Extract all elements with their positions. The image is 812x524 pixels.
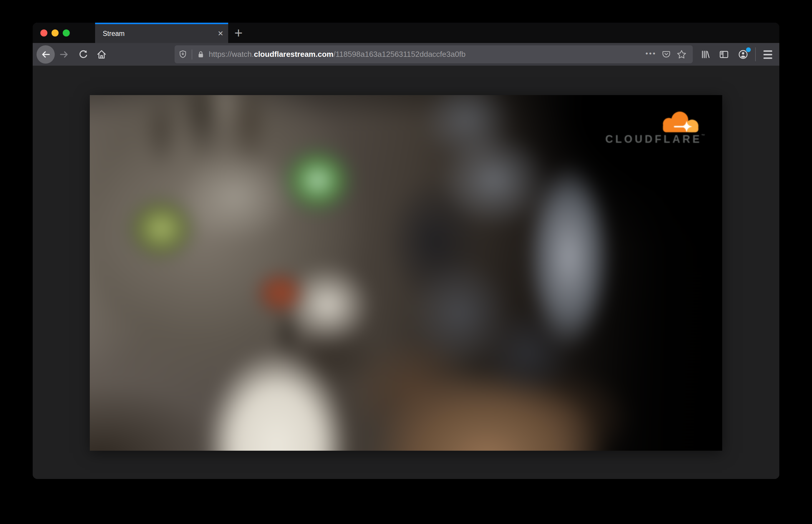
forward-arrow-icon (59, 49, 69, 60)
address-bar[interactable]: https://watch.cloudflarestream.com/11859… (175, 45, 693, 63)
toolbar-divider (755, 47, 756, 61)
pocket-button[interactable] (659, 47, 674, 62)
url-display: https://watch.cloudflarestream.com/11859… (209, 50, 466, 59)
cloudflare-wordmark: CLOUDFLARE™ (605, 134, 705, 145)
back-arrow-icon (40, 49, 51, 60)
navigation-toolbar: https://watch.cloudflarestream.com/11859… (33, 43, 779, 66)
reload-button[interactable] (74, 45, 93, 64)
sidebar-button[interactable] (715, 45, 733, 64)
pocket-icon (661, 49, 671, 60)
home-button[interactable] (93, 45, 111, 64)
browser-window: Stream ✕ + (33, 23, 779, 479)
tab-close-button[interactable]: ✕ (217, 24, 224, 43)
bookmark-star-button[interactable] (674, 47, 689, 62)
library-button[interactable] (696, 45, 715, 64)
forward-button[interactable] (55, 45, 73, 64)
notification-dot (746, 47, 751, 52)
urlbar-divider (192, 49, 192, 60)
cat-video-frame (90, 95, 722, 451)
url-domain: cloudflarestream.com (254, 50, 333, 59)
close-window-button[interactable] (40, 30, 47, 36)
library-icon (700, 49, 711, 60)
account-button[interactable] (734, 45, 752, 64)
menu-button[interactable] (759, 45, 777, 64)
tab-stream[interactable]: Stream ✕ (95, 23, 228, 43)
window-controls (40, 23, 70, 43)
sidebar-icon (719, 49, 729, 60)
tracking-protection-shield-icon[interactable] (178, 50, 188, 59)
video-player[interactable]: CLOUDFLARE™ (90, 95, 722, 451)
brand-trademark: ™ (701, 134, 705, 137)
tab-title: Stream (103, 24, 125, 43)
brand-text: CLOUDFLARE (605, 134, 702, 145)
zoom-window-button[interactable] (63, 30, 70, 36)
cloudflare-cloud-icon (654, 109, 705, 134)
star-icon (676, 49, 687, 60)
tab-bar: Stream ✕ + (33, 23, 779, 43)
hamburger-icon (763, 50, 772, 59)
page-content: CLOUDFLARE™ (33, 66, 779, 479)
page-actions-button[interactable]: ••• (643, 46, 659, 63)
desktop-background: { "browser": { "window_controls": [ {"na… (0, 0, 812, 524)
url-path: /118598a163a125631152ddaccfe3a0fb (333, 50, 466, 59)
new-tab-button[interactable]: + (229, 23, 248, 43)
minimize-window-button[interactable] (51, 30, 59, 36)
lock-icon[interactable] (196, 50, 205, 59)
reload-icon (78, 49, 88, 60)
back-button[interactable] (36, 45, 55, 64)
url-prefix: https://watch. (209, 50, 254, 59)
cloudflare-logo: CLOUDFLARE™ (605, 109, 705, 145)
home-icon (96, 49, 107, 60)
